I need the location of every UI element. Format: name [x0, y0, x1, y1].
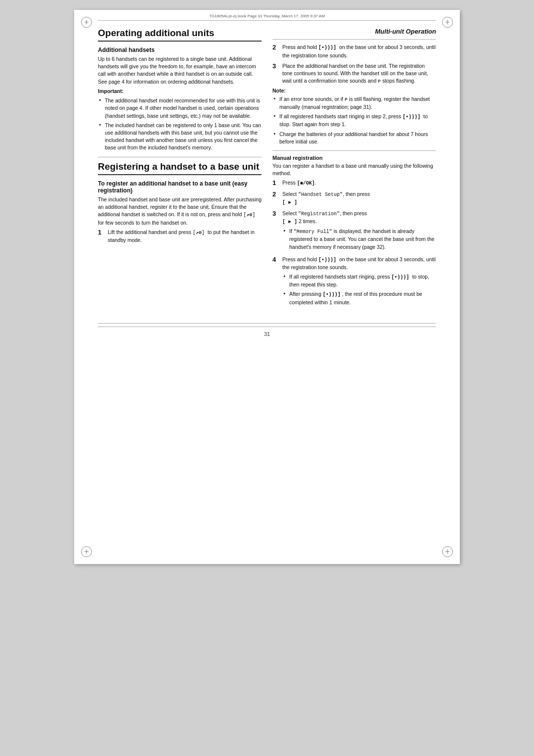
- mstep3-bullet-1: If "Memory Full" is displayed, the hands…: [282, 228, 436, 251]
- manual-step-4-number: 4: [272, 256, 279, 263]
- left-column: Operating additional units Additional ha…: [98, 28, 262, 311]
- note-b1-antenna: ᴘ: [345, 96, 349, 102]
- manual-step-3-content: Select "Registration", then press [ ► ] …: [282, 210, 436, 253]
- manual-reg-body: You can register a handset to a base uni…: [272, 162, 436, 177]
- mstep4-bullet-2: After pressing [•)))] , the rest of this…: [282, 290, 436, 306]
- additional-handsets-heading: Additional handsets: [98, 47, 262, 53]
- important-bullets: The additional handset model recommended…: [98, 97, 262, 152]
- additional-handsets-body: Up to 6 handsets can be registered to a …: [98, 55, 262, 86]
- note-bullets: If an error tone sounds, or if ᴘ is stil…: [272, 95, 436, 145]
- manual-step-1-content: Press [■/OK].: [282, 179, 436, 188]
- step2-text: Press and hold: [282, 44, 317, 50]
- mstep3-text2: 2 times.: [299, 218, 317, 224]
- content-area: Operating additional units Additional ha…: [74, 21, 460, 318]
- right-step-2-content: Press and hold [•)))] on the base unit f…: [282, 44, 436, 59]
- manual-step-3: 3 Select "Registration", then press [ ► …: [272, 210, 436, 253]
- mstep4-text: Press and hold: [282, 256, 317, 262]
- mstep4-b1-bracket: [•)))]: [392, 275, 412, 280]
- corner-mark-bl: [81, 546, 92, 557]
- mstep3-text: Select "Registration", then press [ ► ] …: [282, 210, 367, 225]
- mstep3-bullets: If "Memory Full" is displayed, the hands…: [282, 228, 436, 251]
- important-bold: Important:: [98, 88, 124, 94]
- mstep1-btn: [■/OK]: [297, 181, 315, 186]
- easy-reg-body: The included handset and base unit are p…: [98, 196, 262, 227]
- mstep4-bracket: [•)))]: [318, 257, 339, 263]
- easy-reg-heading: To register an additional handset to a b…: [98, 180, 262, 194]
- right-header: Multi-unit Operation: [272, 28, 436, 35]
- manual-reg-heading: Manual registration: [272, 155, 436, 161]
- easy-reg-bracket-icon: [↗⊙]: [243, 211, 255, 217]
- note-bullet-3: Charge the batteries of your additional …: [272, 131, 436, 145]
- right-step-3: 3 Place the additional handset on the ba…: [272, 62, 436, 85]
- easy-reg-body-text2: for few seconds to turn the handset on.: [98, 220, 188, 226]
- mstep4-b2-text: After pressing: [289, 291, 321, 297]
- note-b2-text: If all registered handsets start ringing…: [279, 113, 401, 119]
- manual-step-1-number: 1: [272, 179, 279, 187]
- mstep3-btn: [ ► ]: [282, 219, 297, 225]
- mstep1-text: Press: [282, 180, 296, 186]
- note-b1-text: If an error tone sounds, or if: [279, 96, 343, 102]
- step-1-content: Lift the additional handset and press [↗…: [108, 229, 262, 244]
- manual-reg-divider: [272, 150, 436, 151]
- bullet-item-2: The included handset can be registered t…: [98, 122, 262, 152]
- mstep4-b1-text: If all registered handsets start ringing…: [289, 274, 390, 280]
- note-label: Note:: [272, 88, 436, 94]
- step-1-number: 1: [98, 229, 105, 236]
- section2-title: Registering a handset to a base unit: [98, 161, 262, 175]
- corner-mark-tr: [442, 17, 453, 28]
- step3-text2: stops flashing.: [382, 78, 415, 84]
- document-page: TG1805AL(e-e).book Page 31 Thursday, Mar…: [74, 10, 460, 564]
- note-bullet-2: If all registered handsets start ringing…: [272, 113, 436, 129]
- manual-step-3-number: 3: [272, 210, 279, 217]
- mstep3-bullet-text: If "Memory Full" is displayed, the hands…: [289, 228, 435, 250]
- manual-step-4-content: Press and hold [•)))] on the base unit f…: [282, 256, 436, 308]
- right-header-divider: [272, 39, 436, 40]
- page-number-area: 31: [98, 327, 436, 344]
- mstep4-bullet-1: If all registered handsets start ringing…: [282, 273, 436, 289]
- right-step-2-number: 2: [272, 44, 279, 51]
- manual-step-2: 2 Select "Handset Setup", then press [ ►…: [272, 190, 436, 207]
- note-bullet-1: If an error tone sounds, or if ᴘ is stil…: [272, 95, 436, 110]
- mstep4-bullets: If all registered handsets start ringing…: [282, 273, 436, 306]
- mstep2-text: Select "Handset Setup", then press [ ► ]: [282, 191, 370, 205]
- corner-mark-tl: [81, 17, 92, 28]
- right-step-3-number: 3: [272, 62, 279, 70]
- bullet-item-1: The additional handset model recommended…: [98, 97, 262, 120]
- manual-step-2-number: 2: [272, 190, 279, 198]
- manual-step-4: 4 Press and hold [•)))] on the base unit…: [272, 256, 436, 308]
- section1-title: Operating additional units: [98, 28, 262, 42]
- step1-text: Lift the additional handset and press: [108, 229, 191, 235]
- note-b2-bracket: [•)))]: [402, 114, 423, 120]
- important-label: Important:: [98, 88, 262, 95]
- section-divider-1: [98, 157, 262, 157]
- step2-bracket: [•)))]: [318, 45, 339, 50]
- mstep2-btn: [ ► ]: [282, 200, 297, 205]
- meta-line: TG1805AL(e-e).book Page 31 Thursday, Mar…: [74, 10, 460, 18]
- bottom-divider: [98, 323, 436, 324]
- step3-antenna-icon: ᴘ: [378, 78, 382, 84]
- manual-step-1: 1 Press [■/OK].: [272, 179, 436, 188]
- manual-step-2-content: Select "Handset Setup", then press [ ► ]: [282, 190, 436, 207]
- right-step-3-content: Place the additional handset on the base…: [282, 62, 436, 85]
- step1-bracket: [↗⊙]: [193, 230, 208, 236]
- right-step-2: 2 Press and hold [•)))] on the base unit…: [272, 44, 436, 59]
- easy-reg-body-text: The included handset and base unit are p…: [98, 196, 262, 217]
- corner-mark-br: [442, 546, 453, 557]
- right-column: Multi-unit Operation 2 Press and hold [•…: [272, 28, 436, 311]
- mstep4-b2-bracket: [•)))]: [323, 292, 341, 297]
- step-1: 1 Lift the additional handset and press …: [98, 229, 262, 244]
